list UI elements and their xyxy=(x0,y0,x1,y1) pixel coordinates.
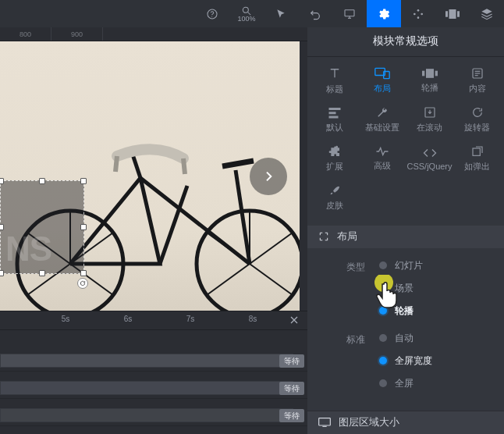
section-footer-layerarea[interactable]: 图层区域大小 xyxy=(307,411,504,434)
track-bar[interactable] xyxy=(0,354,293,368)
svg-rect-26 xyxy=(328,116,338,119)
slides-icon xyxy=(445,9,460,20)
handle-top-right[interactable] xyxy=(80,178,87,184)
panel-tabs: 标题 布局 轮播 内容 默认 基础设置 在滚动 旋转器 xyxy=(307,57,504,226)
handle-bot-left[interactable] xyxy=(0,270,4,276)
tab-basic[interactable]: 基础设置 xyxy=(358,101,406,140)
rotate-handle[interactable] xyxy=(77,278,88,289)
svg-rect-13 xyxy=(449,9,456,19)
pulse-icon xyxy=(375,146,389,157)
radio-text: 场景 xyxy=(395,282,413,295)
radio-fullwidth[interactable]: 全屏宽度 xyxy=(379,354,493,368)
form-row-standard: 标准 自动 全屏宽度 全屏 xyxy=(318,332,493,390)
cursor-icon xyxy=(275,9,286,20)
track-bar[interactable] xyxy=(0,408,293,422)
radio-carousel[interactable]: 轮播 xyxy=(379,304,493,318)
zoom-button[interactable]: 100% xyxy=(229,0,264,27)
spinner-icon xyxy=(471,106,484,119)
tab-label: 在滚动 xyxy=(417,122,442,133)
section-body-layout: 类型 幻灯片 场景 轮播 标准 自动 全屏宽度 全屏 xyxy=(307,248,504,411)
track-wait-tag[interactable]: 等待 xyxy=(279,409,304,422)
svg-point-1 xyxy=(211,16,212,16)
navigation-tab[interactable] xyxy=(401,0,435,27)
section-header-label: 布局 xyxy=(337,229,357,244)
handle-top-mid[interactable] xyxy=(39,178,45,184)
radio-text: 轮播 xyxy=(395,304,413,318)
svg-point-11 xyxy=(421,12,423,15)
help-icon xyxy=(206,8,218,20)
preview-button[interactable] xyxy=(332,0,367,27)
tab-cssjquery[interactable]: CSS/jQuery xyxy=(406,140,453,179)
radio-dot xyxy=(379,284,387,292)
radio-slideshow[interactable]: 幻灯片 xyxy=(379,259,493,272)
ruler-horizontal: 800 900 xyxy=(0,27,307,41)
brush-icon xyxy=(328,184,341,197)
time-ruler[interactable]: 5s 6s 7s 8s xyxy=(0,311,307,330)
handle-mid-left[interactable] xyxy=(0,224,4,230)
section-header-layout[interactable]: 布局 xyxy=(307,226,504,248)
tab-title[interactable]: 标题 xyxy=(311,62,358,101)
radio-scene[interactable]: 场景 xyxy=(379,282,493,295)
tab-label: 内容 xyxy=(469,83,486,94)
tab-spinner[interactable]: 旋转器 xyxy=(453,101,501,140)
tab-label: 皮肤 xyxy=(326,200,343,212)
slide-next-button[interactable] xyxy=(250,158,287,195)
timeline-track[interactable]: 等待 xyxy=(0,405,307,426)
chevron-right-icon xyxy=(262,170,275,183)
svg-rect-12 xyxy=(445,11,448,17)
rotate-icon xyxy=(80,280,86,286)
undo-icon xyxy=(309,8,321,20)
tab-extend[interactable]: 扩展 xyxy=(311,140,358,179)
timeline-track[interactable]: 等待 xyxy=(0,378,307,399)
pointer-tool-button[interactable] xyxy=(264,0,298,27)
undo-button[interactable] xyxy=(298,0,332,27)
radio-dot xyxy=(379,334,387,342)
popup-icon xyxy=(471,145,484,158)
tab-onscroll[interactable]: 在滚动 xyxy=(406,101,453,140)
handle-bot-mid[interactable] xyxy=(39,270,45,276)
radio-dot xyxy=(379,379,387,387)
svg-point-10 xyxy=(413,12,416,15)
timeline-close-button[interactable] xyxy=(287,313,301,327)
tab-carousel[interactable]: 轮播 xyxy=(406,62,453,101)
tab-advanced[interactable]: 高级 xyxy=(358,140,406,179)
radio-dot xyxy=(379,261,387,269)
radio-fullscreen[interactable]: 全屏 xyxy=(379,377,493,390)
help-button[interactable] xyxy=(195,0,229,27)
tab-label: 轮播 xyxy=(421,82,438,94)
code-icon xyxy=(423,148,437,158)
slide-photo: NS xyxy=(0,41,300,311)
expand-icon xyxy=(318,231,329,242)
time-mark: 7s xyxy=(186,315,195,323)
radio-dot xyxy=(379,357,387,365)
tab-content[interactable]: 内容 xyxy=(453,62,501,101)
layers-icon xyxy=(481,8,493,20)
svg-rect-18 xyxy=(426,69,434,79)
layers-tab[interactable] xyxy=(470,0,504,27)
track-wait-tag[interactable]: 等待 xyxy=(279,354,304,368)
slides-tab[interactable] xyxy=(435,0,470,27)
canvas-stage[interactable]: 800 900 xyxy=(0,27,307,311)
tab-default[interactable]: 默认 xyxy=(311,101,358,140)
tab-skin[interactable]: 皮肤 xyxy=(311,179,358,218)
track-bar[interactable] xyxy=(0,381,293,395)
text-icon xyxy=(328,66,342,80)
section-footer-label: 图层区域大小 xyxy=(339,415,399,429)
tab-layout[interactable]: 布局 xyxy=(358,62,406,101)
timeline-tracks: 等待 等待 等待 xyxy=(0,330,307,426)
timeline-track[interactable]: 等待 xyxy=(0,350,307,372)
handle-bot-right[interactable] xyxy=(80,270,87,276)
tab-label: 如弹出 xyxy=(464,161,490,173)
handle-top-left[interactable] xyxy=(0,178,4,184)
tab-popup[interactable]: 如弹出 xyxy=(453,140,501,179)
tab-label: 标题 xyxy=(326,84,343,95)
radio-text: 全屏宽度 xyxy=(395,354,432,368)
monitor-icon xyxy=(343,8,356,20)
settings-tab[interactable] xyxy=(367,0,401,27)
radio-auto[interactable]: 自动 xyxy=(379,332,493,345)
top-toolbar: 100% xyxy=(0,0,504,27)
time-mark: 8s xyxy=(249,315,257,323)
track-wait-tag[interactable]: 等待 xyxy=(279,382,304,395)
selection-box[interactable]: NS xyxy=(0,180,84,274)
handle-mid-right[interactable] xyxy=(80,224,87,230)
